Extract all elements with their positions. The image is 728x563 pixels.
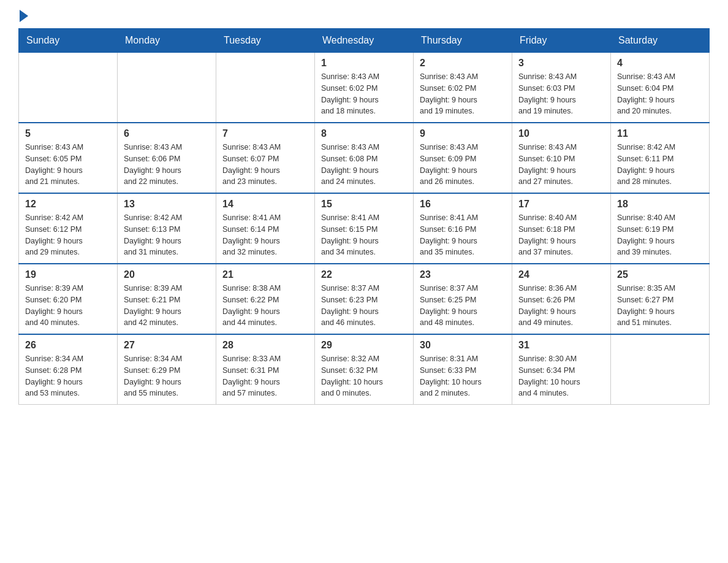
day-info: Sunrise: 8:43 AM Sunset: 6:09 PM Dayligh… xyxy=(420,142,506,188)
day-info: Sunrise: 8:39 AM Sunset: 6:21 PM Dayligh… xyxy=(124,283,210,329)
day-info: Sunrise: 8:41 AM Sunset: 6:14 PM Dayligh… xyxy=(222,212,308,258)
day-info: Sunrise: 8:32 AM Sunset: 6:32 PM Dayligh… xyxy=(321,353,407,399)
day-info: Sunrise: 8:43 AM Sunset: 6:05 PM Dayligh… xyxy=(25,142,111,188)
weekday-header-friday: Friday xyxy=(512,29,611,53)
day-info: Sunrise: 8:35 AM Sunset: 6:27 PM Dayligh… xyxy=(617,283,703,329)
day-info: Sunrise: 8:38 AM Sunset: 6:22 PM Dayligh… xyxy=(222,283,308,329)
calendar-cell xyxy=(118,53,216,123)
calendar-cell: 16Sunrise: 8:41 AM Sunset: 6:16 PM Dayli… xyxy=(414,193,512,264)
calendar-cell: 22Sunrise: 8:37 AM Sunset: 6:23 PM Dayli… xyxy=(315,264,414,334)
calendar-week-1: 1Sunrise: 8:43 AM Sunset: 6:02 PM Daylig… xyxy=(19,53,710,123)
day-number: 4 xyxy=(617,58,703,69)
calendar-cell: 15Sunrise: 8:41 AM Sunset: 6:15 PM Dayli… xyxy=(315,193,414,264)
day-number: 7 xyxy=(222,128,308,139)
day-info: Sunrise: 8:43 AM Sunset: 6:03 PM Dayligh… xyxy=(518,71,604,117)
weekday-header-tuesday: Tuesday xyxy=(216,29,315,53)
day-number: 9 xyxy=(420,128,506,139)
weekday-header-saturday: Saturday xyxy=(611,29,710,53)
day-number: 13 xyxy=(124,199,210,210)
day-info: Sunrise: 8:42 AM Sunset: 6:13 PM Dayligh… xyxy=(124,212,210,258)
day-info: Sunrise: 8:37 AM Sunset: 6:25 PM Dayligh… xyxy=(420,283,506,329)
calendar-week-4: 19Sunrise: 8:39 AM Sunset: 6:20 PM Dayli… xyxy=(19,264,710,334)
calendar-cell: 8Sunrise: 8:43 AM Sunset: 6:08 PM Daylig… xyxy=(315,123,414,193)
calendar-cell xyxy=(611,334,710,405)
day-info: Sunrise: 8:40 AM Sunset: 6:19 PM Dayligh… xyxy=(617,212,703,258)
day-info: Sunrise: 8:42 AM Sunset: 6:12 PM Dayligh… xyxy=(25,212,111,258)
calendar-cell: 29Sunrise: 8:32 AM Sunset: 6:32 PM Dayli… xyxy=(315,334,414,405)
day-number: 16 xyxy=(420,199,506,210)
day-number: 8 xyxy=(321,128,407,139)
day-number: 5 xyxy=(25,128,111,139)
day-number: 30 xyxy=(420,340,506,351)
day-info: Sunrise: 8:34 AM Sunset: 6:29 PM Dayligh… xyxy=(124,353,210,399)
day-info: Sunrise: 8:41 AM Sunset: 6:16 PM Dayligh… xyxy=(420,212,506,258)
calendar-cell: 18Sunrise: 8:40 AM Sunset: 6:19 PM Dayli… xyxy=(611,193,710,264)
day-number: 12 xyxy=(25,199,111,210)
logo xyxy=(18,12,28,22)
day-number: 27 xyxy=(124,340,210,351)
weekday-header-sunday: Sunday xyxy=(19,29,118,53)
day-info: Sunrise: 8:30 AM Sunset: 6:34 PM Dayligh… xyxy=(518,353,604,399)
calendar-cell: 25Sunrise: 8:35 AM Sunset: 6:27 PM Dayli… xyxy=(611,264,710,334)
calendar-cell: 1Sunrise: 8:43 AM Sunset: 6:02 PM Daylig… xyxy=(315,53,414,123)
day-number: 21 xyxy=(222,269,308,280)
calendar-cell: 9Sunrise: 8:43 AM Sunset: 6:09 PM Daylig… xyxy=(414,123,512,193)
calendar-cell: 23Sunrise: 8:37 AM Sunset: 6:25 PM Dayli… xyxy=(414,264,512,334)
day-number: 23 xyxy=(420,269,506,280)
day-number: 26 xyxy=(25,340,111,351)
calendar-cell: 5Sunrise: 8:43 AM Sunset: 6:05 PM Daylig… xyxy=(19,123,118,193)
day-number: 11 xyxy=(617,128,703,139)
day-number: 25 xyxy=(617,269,703,280)
day-info: Sunrise: 8:31 AM Sunset: 6:33 PM Dayligh… xyxy=(420,353,506,399)
calendar-cell: 10Sunrise: 8:43 AM Sunset: 6:10 PM Dayli… xyxy=(512,123,611,193)
day-info: Sunrise: 8:43 AM Sunset: 6:10 PM Dayligh… xyxy=(518,142,604,188)
calendar-cell: 30Sunrise: 8:31 AM Sunset: 6:33 PM Dayli… xyxy=(414,334,512,405)
day-info: Sunrise: 8:43 AM Sunset: 6:07 PM Dayligh… xyxy=(222,142,308,188)
day-number: 14 xyxy=(222,199,308,210)
calendar-cell: 17Sunrise: 8:40 AM Sunset: 6:18 PM Dayli… xyxy=(512,193,611,264)
calendar-week-2: 5Sunrise: 8:43 AM Sunset: 6:05 PM Daylig… xyxy=(19,123,710,193)
weekday-header-monday: Monday xyxy=(118,29,216,53)
day-number: 15 xyxy=(321,199,407,210)
weekday-header-thursday: Thursday xyxy=(414,29,512,53)
day-number: 2 xyxy=(420,58,506,69)
calendar-cell: 31Sunrise: 8:30 AM Sunset: 6:34 PM Dayli… xyxy=(512,334,611,405)
day-number: 3 xyxy=(518,58,604,69)
day-number: 19 xyxy=(25,269,111,280)
day-info: Sunrise: 8:43 AM Sunset: 6:04 PM Dayligh… xyxy=(617,71,703,117)
calendar-week-3: 12Sunrise: 8:42 AM Sunset: 6:12 PM Dayli… xyxy=(19,193,710,264)
logo-arrow-icon xyxy=(20,10,28,22)
calendar-cell: 11Sunrise: 8:42 AM Sunset: 6:11 PM Dayli… xyxy=(611,123,710,193)
page-header xyxy=(18,12,710,22)
day-number: 24 xyxy=(518,269,604,280)
calendar-cell: 14Sunrise: 8:41 AM Sunset: 6:14 PM Dayli… xyxy=(216,193,315,264)
calendar-cell xyxy=(19,53,118,123)
calendar-cell: 3Sunrise: 8:43 AM Sunset: 6:03 PM Daylig… xyxy=(512,53,611,123)
calendar-cell: 24Sunrise: 8:36 AM Sunset: 6:26 PM Dayli… xyxy=(512,264,611,334)
calendar-cell: 21Sunrise: 8:38 AM Sunset: 6:22 PM Dayli… xyxy=(216,264,315,334)
calendar-cell: 7Sunrise: 8:43 AM Sunset: 6:07 PM Daylig… xyxy=(216,123,315,193)
calendar-cell: 4Sunrise: 8:43 AM Sunset: 6:04 PM Daylig… xyxy=(611,53,710,123)
day-info: Sunrise: 8:43 AM Sunset: 6:02 PM Dayligh… xyxy=(420,71,506,117)
day-info: Sunrise: 8:43 AM Sunset: 6:06 PM Dayligh… xyxy=(124,142,210,188)
day-number: 31 xyxy=(518,340,604,351)
day-number: 17 xyxy=(518,199,604,210)
calendar-cell xyxy=(216,53,315,123)
day-info: Sunrise: 8:42 AM Sunset: 6:11 PM Dayligh… xyxy=(617,142,703,188)
calendar-cell: 20Sunrise: 8:39 AM Sunset: 6:21 PM Dayli… xyxy=(118,264,216,334)
calendar-cell: 28Sunrise: 8:33 AM Sunset: 6:31 PM Dayli… xyxy=(216,334,315,405)
day-info: Sunrise: 8:41 AM Sunset: 6:15 PM Dayligh… xyxy=(321,212,407,258)
day-info: Sunrise: 8:34 AM Sunset: 6:28 PM Dayligh… xyxy=(25,353,111,399)
weekday-header-row: SundayMondayTuesdayWednesdayThursdayFrid… xyxy=(19,29,710,53)
calendar-cell: 27Sunrise: 8:34 AM Sunset: 6:29 PM Dayli… xyxy=(118,334,216,405)
calendar-cell: 12Sunrise: 8:42 AM Sunset: 6:12 PM Dayli… xyxy=(19,193,118,264)
calendar-week-5: 26Sunrise: 8:34 AM Sunset: 6:28 PM Dayli… xyxy=(19,334,710,405)
day-info: Sunrise: 8:37 AM Sunset: 6:23 PM Dayligh… xyxy=(321,283,407,329)
calendar-cell: 2Sunrise: 8:43 AM Sunset: 6:02 PM Daylig… xyxy=(414,53,512,123)
day-number: 20 xyxy=(124,269,210,280)
day-info: Sunrise: 8:43 AM Sunset: 6:08 PM Dayligh… xyxy=(321,142,407,188)
weekday-header-wednesday: Wednesday xyxy=(315,29,414,53)
calendar-cell: 13Sunrise: 8:42 AM Sunset: 6:13 PM Dayli… xyxy=(118,193,216,264)
day-number: 22 xyxy=(321,269,407,280)
day-info: Sunrise: 8:36 AM Sunset: 6:26 PM Dayligh… xyxy=(518,283,604,329)
